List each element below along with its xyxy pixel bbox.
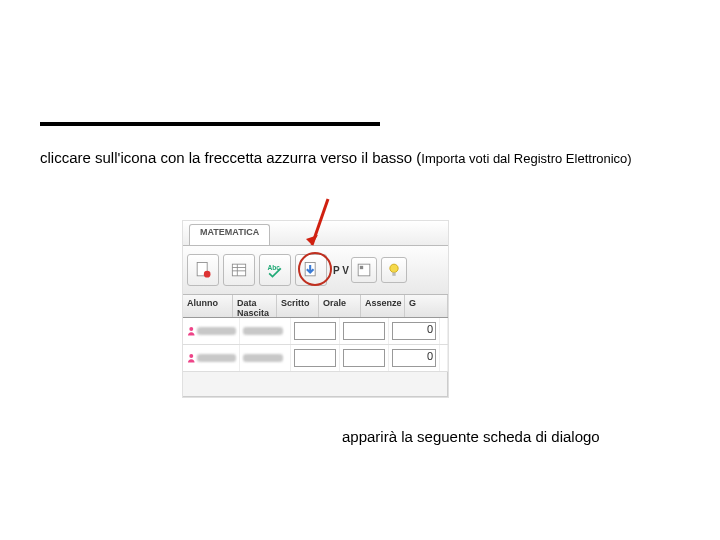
- svg-point-13: [189, 354, 193, 358]
- svg-rect-11: [392, 273, 395, 276]
- instruction-text: cliccare sull'icona con la freccetta azz…: [40, 148, 680, 169]
- grid-header: Alunno Data Nascita Scritto Orale Assenz…: [183, 295, 448, 318]
- cell-scritto[interactable]: [291, 318, 340, 344]
- instruction-paren: Importa voti dal Registro Elettronico): [421, 151, 631, 166]
- redacted-name: [197, 354, 236, 362]
- toolbar: Abc P V: [183, 246, 448, 295]
- pv-label: P V: [333, 265, 349, 276]
- cell-data: [240, 318, 291, 344]
- tab-subject[interactable]: MATEMATICA: [189, 224, 270, 245]
- redacted-name: [197, 327, 236, 335]
- table-row[interactable]: 0: [183, 345, 448, 372]
- cell-orale[interactable]: [340, 345, 389, 371]
- cell-assenze[interactable]: 0: [389, 345, 440, 371]
- col-assenze[interactable]: Assenze: [361, 295, 405, 317]
- tab-bar: MATEMATICA: [183, 221, 448, 246]
- instruction-main: cliccare sull'icona con la freccetta azz…: [40, 149, 421, 166]
- cell-scritto[interactable]: [291, 345, 340, 371]
- svg-point-1: [204, 271, 211, 278]
- cell-rest: [440, 345, 448, 371]
- redacted-date: [243, 354, 283, 362]
- svg-rect-9: [360, 266, 363, 269]
- col-rest[interactable]: G: [405, 295, 448, 317]
- table-row[interactable]: 0: [183, 318, 448, 345]
- svg-point-10: [390, 264, 398, 272]
- col-alunno[interactable]: Alunno: [183, 295, 233, 317]
- col-orale[interactable]: Orale: [319, 295, 361, 317]
- svg-rect-2: [232, 264, 245, 276]
- avatar-icon: [186, 352, 197, 364]
- redacted-date: [243, 327, 283, 335]
- heading-rule: [40, 122, 380, 126]
- col-scritto[interactable]: Scritto: [277, 295, 319, 317]
- app-screenshot: MATEMATICA Abc P V Alunno: [182, 220, 449, 398]
- cell-alunno: [183, 345, 240, 371]
- abc-icon[interactable]: Abc: [259, 254, 291, 286]
- svg-point-12: [189, 327, 193, 331]
- cell-rest: [440, 318, 448, 344]
- footer-text: apparirà la seguente scheda di dialogo: [342, 428, 600, 445]
- cell-alunno: [183, 318, 240, 344]
- page-red-icon[interactable]: [187, 254, 219, 286]
- lightbulb-icon[interactable]: [381, 257, 407, 283]
- table-icon[interactable]: [223, 254, 255, 286]
- cell-orale[interactable]: [340, 318, 389, 344]
- avatar-icon: [186, 325, 197, 337]
- cell-data: [240, 345, 291, 371]
- periodic-icon[interactable]: [351, 257, 377, 283]
- col-data[interactable]: Data Nascita: [233, 295, 277, 317]
- import-arrow-down-icon[interactable]: [295, 254, 327, 286]
- cell-assenze[interactable]: 0: [389, 318, 440, 344]
